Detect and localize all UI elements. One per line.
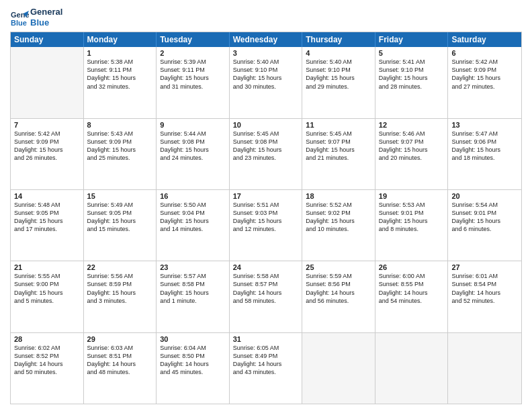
cell-line: Sunset: 9:09 PM bbox=[87, 138, 153, 146]
cell-line: Sunset: 9:08 PM bbox=[160, 138, 226, 146]
cell-line: Sunrise: 5:40 AM bbox=[306, 58, 371, 66]
day-number: 20 bbox=[451, 192, 518, 200]
calendar-cell: 8Sunrise: 5:43 AMSunset: 9:09 PMDaylight… bbox=[84, 119, 157, 189]
day-header-friday: Friday bbox=[375, 32, 449, 47]
calendar-cell: 23Sunrise: 5:57 AMSunset: 8:58 PMDayligh… bbox=[157, 261, 230, 332]
cell-line: Daylight: 15 hours bbox=[306, 74, 371, 82]
calendar-cell: 31Sunrise: 6:05 AMSunset: 8:49 PMDayligh… bbox=[230, 333, 303, 404]
day-number: 6 bbox=[451, 49, 518, 57]
cell-line: Sunrise: 6:05 AM bbox=[233, 344, 299, 352]
calendar-cell: 24Sunrise: 5:58 AMSunset: 8:57 PMDayligh… bbox=[230, 261, 303, 332]
calendar-cell: 21Sunrise: 5:55 AMSunset: 9:00 PMDayligh… bbox=[11, 261, 84, 332]
cell-line: Sunrise: 5:50 AM bbox=[160, 201, 226, 209]
cell-line: Sunrise: 5:53 AM bbox=[379, 201, 445, 209]
cell-line: and 23 minutes. bbox=[233, 154, 299, 162]
cell-line: Daylight: 15 hours bbox=[233, 74, 299, 82]
cell-line: Daylight: 15 hours bbox=[160, 289, 226, 297]
cell-line: Daylight: 14 hours bbox=[160, 360, 226, 368]
cell-line: and 32 minutes. bbox=[87, 83, 153, 91]
cell-line: and 29 minutes. bbox=[306, 83, 371, 91]
calendar-cell: 27Sunrise: 6:01 AMSunset: 8:54 PMDayligh… bbox=[448, 261, 521, 332]
calendar-header: SundayMondayTuesdayWednesdayThursdayFrid… bbox=[11, 32, 521, 47]
cell-line: Daylight: 15 hours bbox=[14, 146, 80, 154]
calendar-cell: 4Sunrise: 5:40 AMSunset: 9:10 PMDaylight… bbox=[302, 47, 375, 118]
cell-line: Sunrise: 5:59 AM bbox=[306, 272, 371, 280]
calendar-cell: 14Sunrise: 5:48 AMSunset: 9:05 PMDayligh… bbox=[11, 190, 84, 261]
cell-line: Daylight: 15 hours bbox=[14, 289, 80, 297]
calendar-cell: 18Sunrise: 5:52 AMSunset: 9:02 PMDayligh… bbox=[302, 190, 375, 261]
cell-line: Sunset: 9:05 PM bbox=[14, 209, 80, 217]
day-number: 28 bbox=[14, 335, 80, 343]
cell-line: Daylight: 14 hours bbox=[233, 289, 299, 297]
cell-line: and 28 minutes. bbox=[379, 83, 445, 91]
calendar-cell: 1Sunrise: 5:38 AMSunset: 9:11 PMDaylight… bbox=[84, 47, 157, 118]
day-number: 26 bbox=[379, 263, 445, 271]
cell-line: Sunrise: 5:48 AM bbox=[14, 201, 80, 209]
cell-line: Sunset: 9:11 PM bbox=[87, 66, 153, 74]
day-number: 25 bbox=[306, 263, 371, 271]
calendar-week-1: 1Sunrise: 5:38 AMSunset: 9:11 PMDaylight… bbox=[11, 47, 521, 118]
cell-line: and 25 minutes. bbox=[87, 154, 153, 162]
cell-line: Sunset: 9:09 PM bbox=[451, 66, 518, 74]
cell-line: Sunset: 9:02 PM bbox=[306, 209, 371, 217]
cell-line: Daylight: 14 hours bbox=[379, 289, 445, 297]
day-number: 7 bbox=[14, 121, 80, 129]
calendar-cell: 13Sunrise: 5:47 AMSunset: 9:06 PMDayligh… bbox=[448, 119, 521, 189]
cell-line: Sunrise: 5:46 AM bbox=[379, 130, 445, 138]
cell-line: Sunset: 8:57 PM bbox=[233, 280, 299, 288]
calendar-cell: 11Sunrise: 5:45 AMSunset: 9:07 PMDayligh… bbox=[302, 119, 375, 189]
cell-line: and 24 minutes. bbox=[160, 154, 226, 162]
cell-line: Daylight: 15 hours bbox=[160, 217, 226, 225]
cell-line: Sunrise: 5:45 AM bbox=[306, 130, 371, 138]
cell-line: Sunset: 9:10 PM bbox=[379, 66, 445, 74]
day-header-wednesday: Wednesday bbox=[230, 32, 303, 47]
cell-line: Sunset: 9:00 PM bbox=[14, 280, 80, 288]
cell-line: Sunset: 9:01 PM bbox=[379, 209, 445, 217]
cell-line: and 3 minutes. bbox=[87, 297, 153, 305]
cell-line: Daylight: 15 hours bbox=[87, 74, 153, 82]
cell-line: Daylight: 14 hours bbox=[306, 289, 371, 297]
cell-line: Daylight: 15 hours bbox=[451, 74, 518, 82]
day-number: 11 bbox=[306, 121, 371, 129]
calendar-cell: 17Sunrise: 5:51 AMSunset: 9:03 PMDayligh… bbox=[230, 190, 303, 261]
cell-line: and 5 minutes. bbox=[14, 297, 80, 305]
cell-line: Daylight: 15 hours bbox=[306, 217, 371, 225]
cell-line: Sunrise: 6:04 AM bbox=[160, 344, 226, 352]
cell-line: Sunrise: 5:56 AM bbox=[87, 272, 153, 280]
cell-line: and 27 minutes. bbox=[451, 83, 518, 91]
cell-line: Sunrise: 5:52 AM bbox=[306, 201, 371, 209]
calendar-cell: 7Sunrise: 5:42 AMSunset: 9:09 PMDaylight… bbox=[11, 119, 84, 189]
cell-line: and 26 minutes. bbox=[14, 154, 80, 162]
calendar-cell: 30Sunrise: 6:04 AMSunset: 8:50 PMDayligh… bbox=[157, 333, 230, 404]
calendar-cell: 19Sunrise: 5:53 AMSunset: 9:01 PMDayligh… bbox=[375, 190, 449, 261]
calendar-cell: 6Sunrise: 5:42 AMSunset: 9:09 PMDaylight… bbox=[448, 47, 521, 118]
cell-line: Daylight: 15 hours bbox=[379, 146, 445, 154]
cell-line: Sunset: 9:04 PM bbox=[160, 209, 226, 217]
cell-line: Daylight: 15 hours bbox=[87, 146, 153, 154]
day-number: 22 bbox=[87, 263, 153, 271]
logo-line2: Blue bbox=[30, 17, 62, 28]
day-number: 5 bbox=[379, 49, 445, 57]
calendar-cell bbox=[302, 333, 375, 404]
cell-line: Daylight: 15 hours bbox=[306, 146, 371, 154]
calendar-cell: 26Sunrise: 6:00 AMSunset: 8:55 PMDayligh… bbox=[375, 261, 449, 332]
calendar-cell: 16Sunrise: 5:50 AMSunset: 9:04 PMDayligh… bbox=[157, 190, 230, 261]
calendar-cell bbox=[448, 333, 521, 404]
cell-line: Sunrise: 5:51 AM bbox=[233, 201, 299, 209]
cell-line: Daylight: 14 hours bbox=[451, 289, 518, 297]
cell-line: Daylight: 15 hours bbox=[233, 217, 299, 225]
cell-line: and 12 minutes. bbox=[233, 225, 299, 233]
cell-line: Daylight: 15 hours bbox=[87, 217, 153, 225]
day-number: 16 bbox=[160, 192, 226, 200]
calendar-week-5: 28Sunrise: 6:02 AMSunset: 8:52 PMDayligh… bbox=[11, 333, 521, 404]
cell-line: and 48 minutes. bbox=[87, 368, 153, 376]
calendar-week-4: 21Sunrise: 5:55 AMSunset: 9:00 PMDayligh… bbox=[11, 261, 521, 332]
day-number: 15 bbox=[87, 192, 153, 200]
day-number: 17 bbox=[233, 192, 299, 200]
calendar-cell: 20Sunrise: 5:54 AMSunset: 9:01 PMDayligh… bbox=[448, 190, 521, 261]
calendar-week-3: 14Sunrise: 5:48 AMSunset: 9:05 PMDayligh… bbox=[11, 190, 521, 261]
calendar-cell: 9Sunrise: 5:44 AMSunset: 9:08 PMDaylight… bbox=[157, 119, 230, 189]
day-number: 1 bbox=[87, 49, 153, 57]
cell-line: Sunrise: 5:57 AM bbox=[160, 272, 226, 280]
calendar-cell: 15Sunrise: 5:49 AMSunset: 9:05 PMDayligh… bbox=[84, 190, 157, 261]
